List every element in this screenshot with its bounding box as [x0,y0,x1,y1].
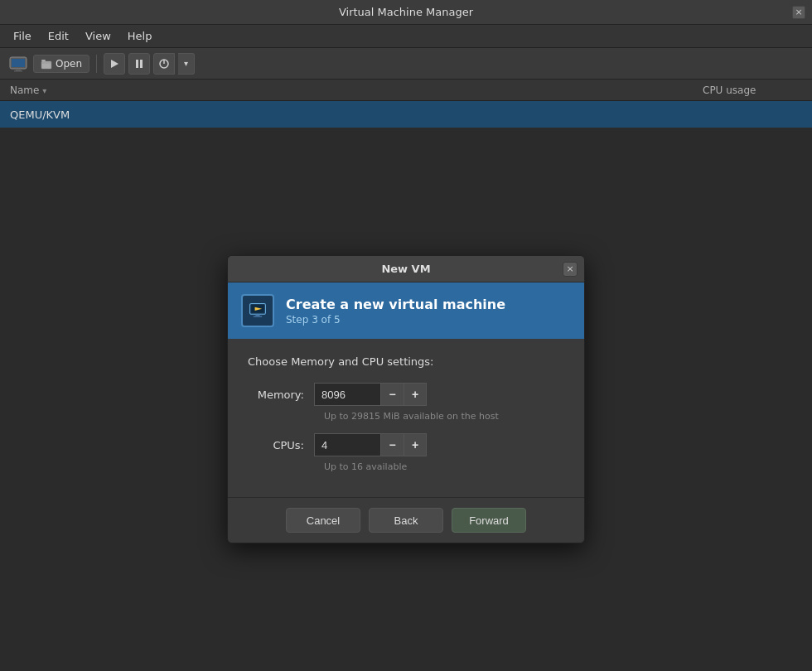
sort-arrow: ▾ [42,86,46,95]
svg-rect-2 [16,69,21,70]
new-vm-modal: New VM × [227,255,585,543]
main-content: New VM × [0,128,812,671]
memory-increase-button[interactable]: + [404,383,427,406]
memory-decrease-button[interactable]: − [380,383,404,406]
modal-body: Choose Memory and CPU settings: Memory: … [228,339,584,497]
svg-rect-4 [41,61,51,69]
cpus-row: CPUs: − + [248,433,564,456]
svg-rect-5 [41,60,46,61]
cpus-increase-button[interactable]: + [404,433,427,456]
svg-rect-7 [136,60,138,68]
wizard-header-text: Create a new virtual machine Step 3 of 5 [286,297,505,326]
svg-rect-14 [255,314,259,316]
forward-button[interactable]: Forward [452,508,526,533]
cpus-input[interactable] [314,433,380,456]
menu-file[interactable]: File [7,28,38,44]
title-bar: Virtual Machine Manager × [0,0,812,25]
cpus-spinbox: − + [314,433,427,456]
svg-rect-8 [140,60,143,68]
svg-marker-6 [111,60,118,68]
app-title: Virtual Machine Manager [339,6,473,18]
modal-title: New VM [381,263,430,275]
svg-rect-3 [14,70,22,72]
memory-spinbox: − + [314,383,427,406]
memory-label: Memory: [248,389,314,401]
modal-overlay: New VM × [0,128,812,671]
open-button[interactable]: Open [33,55,89,73]
menu-bar: File Edit View Help [0,25,812,48]
wizard-icon [241,294,274,327]
memory-input[interactable] [314,383,380,406]
wizard-title: Create a new virtual machine [286,297,505,312]
cpus-hint: Up to 16 available [324,461,564,472]
pause-button[interactable] [128,53,150,75]
toolbar: Open ▾ [0,48,812,80]
vm-list-row[interactable]: QEMU/KVM [0,101,812,128]
modal-title-bar: New VM × [228,256,584,282]
section-title: Choose Memory and CPU settings: [248,355,564,368]
cpus-decrease-button[interactable]: − [380,433,404,456]
col-name-header: Name ▾ [10,84,703,96]
dropdown-arrow: ▾ [184,59,188,68]
col-cpu-header: CPU usage [703,84,802,96]
open-label: Open [56,58,82,70]
cancel-button[interactable]: Cancel [286,508,360,533]
vm-name: QEMU/KVM [10,109,70,121]
modal-close-button[interactable]: × [563,262,578,277]
svg-rect-15 [254,316,262,316]
window-close-button[interactable]: × [792,6,805,19]
svg-rect-1 [12,59,25,67]
power-button[interactable] [153,53,175,75]
wizard-step: Step 3 of 5 [286,314,505,326]
vm-icon [7,52,30,75]
modal-footer: Cancel Back Forward [228,497,584,543]
play-button[interactable] [104,53,125,75]
modal-header-band: Create a new virtual machine Step 3 of 5 [228,282,584,339]
back-button[interactable]: Back [369,508,443,533]
column-header: Name ▾ CPU usage [0,80,812,101]
toolbar-separator [96,55,97,73]
memory-row: Memory: − + [248,383,564,406]
menu-view[interactable]: View [79,28,118,44]
memory-hint: Up to 29815 MiB available on the host [324,411,564,422]
power-dropdown-button[interactable]: ▾ [178,53,195,75]
menu-edit[interactable]: Edit [41,28,75,44]
cpus-label: CPUs: [248,439,314,451]
menu-help[interactable]: Help [121,28,159,44]
